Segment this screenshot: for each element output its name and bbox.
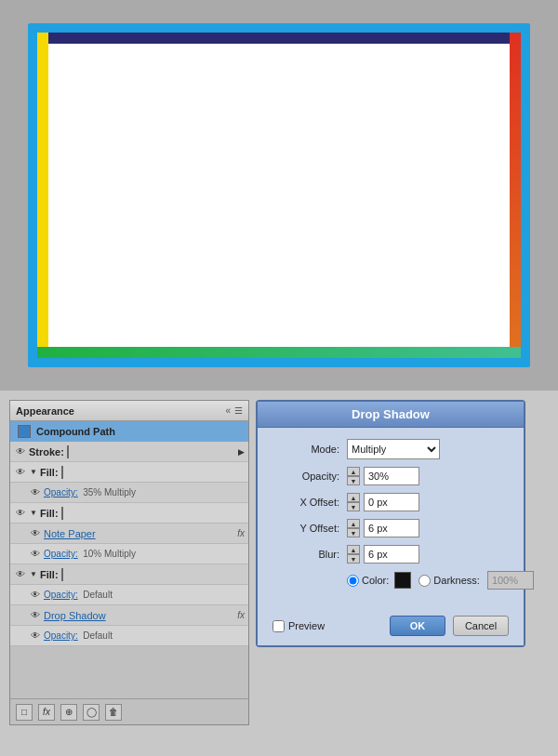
stroke-swatch <box>67 445 69 458</box>
opacity-link-4[interactable]: Opacity: <box>44 630 78 641</box>
x-offset-spinner: ▲ ▼ <box>347 493 419 511</box>
opacity-up-btn[interactable]: ▲ <box>347 467 360 476</box>
fx-badge-ds: fx <box>237 610 245 620</box>
opacity-down-btn[interactable]: ▼ <box>347 476 360 485</box>
eye-icon-np[interactable]: 👁 <box>29 527 42 540</box>
panel-menu-btn[interactable]: ☰ <box>234 406 243 416</box>
fill-blue2-swatch <box>61 568 63 581</box>
eye-icon-op2[interactable]: 👁 <box>29 548 42 561</box>
ok-button[interactable]: OK <box>390 616 445 636</box>
fill-blue2-row[interactable]: 👁 ▼ Fill: <box>10 564 248 585</box>
x-offset-input[interactable] <box>364 493 419 511</box>
blur-spinner: ▲ ▼ <box>347 545 419 564</box>
blur-input[interactable] <box>364 545 419 564</box>
color-radio[interactable] <box>347 575 359 587</box>
opacity-label: Opacity: <box>272 471 347 482</box>
note-paper-row[interactable]: 👁 Note Paper fx <box>10 524 248 544</box>
drop-shadow-row[interactable]: 👁 Drop Shadow fx <box>10 605 248 626</box>
opacity-link-2[interactable]: Opacity: <box>44 549 78 559</box>
fill-blue-row[interactable]: 👁 ▼ Fill: <box>10 503 248 524</box>
opacity-10-row: 👁 Opacity: 10% Multiply <box>10 544 248 564</box>
drop-shadow-dialog: Drop Shadow Mode: Multiply Normal Screen… <box>256 400 525 647</box>
x-offset-down-btn[interactable]: ▼ <box>347 502 360 511</box>
y-offset-label: Y Offset: <box>272 523 347 534</box>
y-offset-up-btn[interactable]: ▲ <box>347 519 360 528</box>
opacity-spinner-btns: ▲ ▼ <box>347 467 360 485</box>
new-item-btn[interactable]: ⊕ <box>60 704 77 721</box>
appearance-panel-title: Appearance <box>16 405 74 417</box>
opacity-link-1[interactable]: Opacity: <box>44 487 78 497</box>
opacity-default-label: Opacity: Default <box>44 590 245 600</box>
fx-badge-np: fx <box>237 528 245 538</box>
square-btn[interactable]: □ <box>16 704 33 721</box>
opacity-link-3[interactable]: Opacity: <box>44 590 78 600</box>
canvas-area <box>0 0 558 391</box>
triangle-fill3[interactable]: ▼ <box>29 570 38 579</box>
triangle-fill2[interactable]: ▼ <box>29 509 38 518</box>
fill-label-2: Fill: <box>40 508 245 519</box>
eye-icon-ds[interactable]: 👁 <box>29 609 42 622</box>
opacity-default-row: 👁 Opacity: Default <box>10 585 248 605</box>
x-offset-row: X Offset: ▲ ▼ <box>272 493 509 511</box>
eye-icon-fill3[interactable]: 👁 <box>14 568 27 581</box>
opacity-default2-row: 👁 Opacity: Default <box>10 626 248 646</box>
mode-select[interactable]: Multiply Normal Screen Overlay <box>347 439 440 459</box>
blur-down-btn[interactable]: ▼ <box>347 554 360 564</box>
note-paper-link[interactable]: Note Paper <box>44 528 96 539</box>
bottom-area: Appearance « ☰ Compound Path 👁 Stroke: ▶ <box>0 391 558 756</box>
darkness-label-text: Darkness: <box>433 575 480 586</box>
stroke-label: Stroke: <box>29 446 238 458</box>
preview-checkbox[interactable] <box>272 620 285 632</box>
y-offset-down-btn[interactable]: ▼ <box>347 528 360 537</box>
x-offset-up-btn[interactable]: ▲ <box>347 493 360 502</box>
opacity-input[interactable] <box>364 467 419 485</box>
blur-up-btn[interactable]: ▲ <box>347 545 360 554</box>
eye-icon-op4[interactable]: 👁 <box>29 630 42 643</box>
fill-label-3: Fill: <box>40 569 245 580</box>
mode-label: Mode: <box>272 444 347 455</box>
fill-white-row[interactable]: 👁 ▼ Fill: <box>10 462 248 483</box>
mode-row: Mode: Multiply Normal Screen Overlay <box>272 439 509 459</box>
darkness-radio[interactable] <box>418 575 431 587</box>
color-radio-label[interactable]: Color: <box>347 572 411 589</box>
eye-icon-op3[interactable]: 👁 <box>29 589 42 602</box>
fx-btn[interactable]: fx <box>38 704 55 721</box>
y-offset-spinner: ▲ ▼ <box>347 519 419 537</box>
eye-icon-fill2[interactable]: 👁 <box>14 507 27 520</box>
eye-icon-op1[interactable]: 👁 <box>29 486 42 499</box>
note-paper-label: Note Paper <box>44 528 235 539</box>
fill-white-swatch <box>61 466 63 479</box>
blur-spinner-btns: ▲ ▼ <box>347 545 360 564</box>
y-offset-spinner-btns: ▲ ▼ <box>347 519 360 537</box>
panel-content: Compound Path 👁 Stroke: ▶ 👁 ▼ Fill: <box>10 421 248 698</box>
preview-text: Preview <box>288 620 325 631</box>
eye-icon-fill1[interactable]: 👁 <box>14 466 27 479</box>
darkness-radio-label[interactable]: Darkness: <box>418 575 480 587</box>
frame-bottom-stripe <box>37 347 521 358</box>
blur-label: Blur: <box>272 549 347 560</box>
dialog-title: Drop Shadow <box>352 407 430 421</box>
triangle-fill1[interactable]: ▼ <box>29 468 38 477</box>
frame-center-white <box>48 44 510 347</box>
circle-btn[interactable]: ◯ <box>83 704 100 721</box>
eye-icon-stroke[interactable]: 👁 <box>14 445 27 458</box>
color-box[interactable] <box>394 572 411 589</box>
compound-path-header: Compound Path <box>10 421 248 442</box>
preview-label[interactable]: Preview <box>272 620 325 632</box>
delete-btn[interactable]: 🗑 <box>105 704 122 721</box>
cancel-button[interactable]: Cancel <box>453 616 509 636</box>
blur-row: Blur: ▲ ▼ <box>272 545 509 564</box>
appearance-panel-titlebar: Appearance « ☰ <box>10 401 248 421</box>
opacity-35-row: 👁 Opacity: 35% Multiply <box>10 483 248 503</box>
dialog-buttons: OK Cancel <box>390 616 509 636</box>
panel-collapse-btn[interactable]: « <box>225 406 231 416</box>
fill-blue-swatch <box>61 507 63 520</box>
frame-right-stripe <box>510 33 521 347</box>
stroke-row[interactable]: 👁 Stroke: ▶ <box>10 442 248 462</box>
x-offset-label: X Offset: <box>272 497 347 508</box>
y-offset-input[interactable] <box>364 519 419 537</box>
dialog-footer: Preview OK Cancel <box>258 610 524 645</box>
drop-shadow-link[interactable]: Drop Shadow <box>44 610 106 621</box>
opacity-35-label: Opacity: 35% Multiply <box>44 487 245 497</box>
panel-controls: « ☰ <box>225 406 243 416</box>
